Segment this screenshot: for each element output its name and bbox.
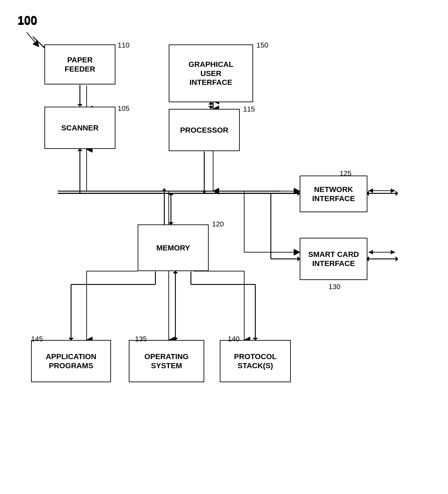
ref-130: 130 — [329, 283, 340, 291]
diagram: 100 — [0, 0, 448, 494]
ref-140: 140 — [228, 335, 239, 343]
svg-marker-37 — [391, 250, 395, 254]
paper-feeder-box: PAPERFEEDER — [44, 44, 116, 85]
ref-150: 150 — [256, 41, 268, 49]
ref-110: 110 — [118, 41, 130, 49]
svg-marker-35 — [368, 188, 373, 193]
svg-line-74 — [33, 37, 44, 48]
operating-system-box: OPERATINGSYSTEM — [129, 340, 204, 382]
ref-120: 120 — [212, 220, 224, 228]
protocol-stack-box: PROTOCOLSTACK(S) — [220, 340, 291, 382]
svg-marker-40 — [77, 104, 83, 107]
network-interface-box: NETWORKINTERFACE — [300, 175, 367, 212]
diagram-main-label: 100 — [17, 14, 37, 27]
svg-marker-43 — [208, 106, 213, 109]
processor-box: PROCESSOR — [169, 109, 240, 151]
ref-125: 125 — [340, 169, 352, 178]
svg-marker-69 — [396, 191, 398, 196]
svg-line-10 — [27, 32, 39, 47]
svg-marker-55 — [168, 192, 174, 195]
gui-box: GRAPHICALUSERINTERFACE — [169, 44, 253, 102]
svg-marker-34 — [391, 188, 395, 193]
ref-145: 145 — [31, 335, 43, 343]
smart-card-interface-box: SMART CARDINTERFACE — [300, 238, 367, 280]
app-programs-box: APPLICATIONPROGRAMS — [31, 340, 111, 382]
memory-box: MEMORY — [138, 224, 209, 271]
svg-marker-72 — [396, 256, 398, 261]
svg-marker-38 — [368, 250, 373, 254]
ref-135: 135 — [135, 335, 147, 343]
svg-marker-25 — [162, 188, 166, 191]
ref-105: 105 — [118, 104, 130, 113]
svg-marker-45 — [201, 191, 207, 193]
scanner-box: SCANNER — [44, 107, 116, 149]
ref-115: 115 — [243, 105, 255, 113]
